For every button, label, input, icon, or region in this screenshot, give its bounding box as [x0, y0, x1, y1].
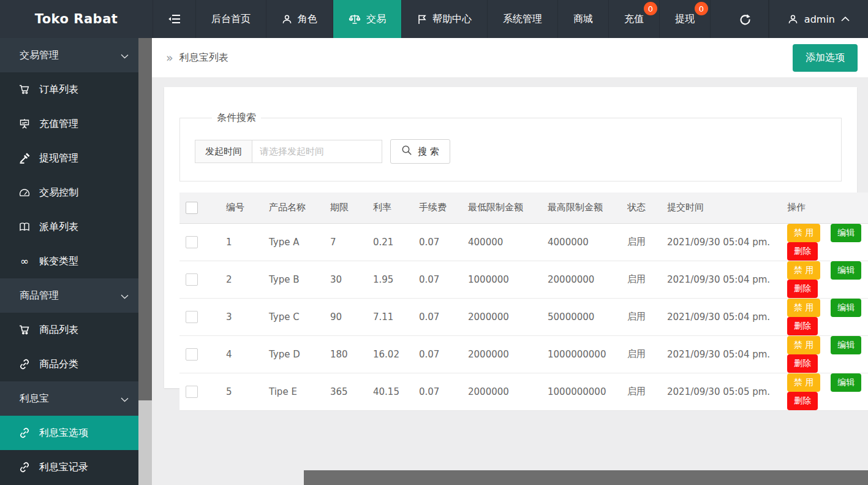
- col-header-actions: 操作: [781, 193, 868, 223]
- cell-rate: 40.15: [367, 373, 413, 410]
- sidebar-group-trade-management[interactable]: 交易管理: [0, 38, 138, 72]
- sidebar-item-label: 提现管理: [39, 152, 78, 165]
- delete-button[interactable]: 删除: [787, 392, 818, 410]
- vertical-scrollbar[interactable]: [138, 38, 152, 485]
- withdraw-count-badge: 0: [695, 2, 708, 15]
- cell-product-name: Type B: [263, 261, 324, 298]
- disable-button[interactable]: 禁 用: [787, 224, 820, 242]
- nav-item-label: 系统管理: [503, 13, 542, 26]
- disable-button[interactable]: 禁 用: [787, 261, 820, 280]
- cell-rate: 16.02: [367, 335, 413, 373]
- col-header-id: 编号: [220, 193, 263, 223]
- refresh-button[interactable]: [722, 0, 769, 38]
- nav-item-home[interactable]: 后台首页: [196, 0, 266, 38]
- sidebar-item-product-list[interactable]: 商品列表: [0, 313, 138, 347]
- delete-button[interactable]: 删除: [787, 280, 818, 298]
- col-header-min-limit: 最低限制金额: [462, 193, 542, 223]
- search-button[interactable]: 搜 索: [390, 139, 450, 164]
- cart-icon: [18, 84, 31, 95]
- cell-id: 4: [220, 335, 263, 373]
- select-all-checkbox[interactable]: [186, 202, 198, 214]
- nav-item-mall[interactable]: 商城: [558, 0, 609, 38]
- link-icon: [18, 427, 31, 438]
- nav-item-withdraw[interactable]: 提现 0: [660, 0, 711, 38]
- row-checkbox[interactable]: [186, 386, 198, 398]
- sidebar-item-account-change-type[interactable]: ∞ 账变类型: [0, 244, 138, 278]
- cell-submit-time: 2021/09/30 05:04 pm.: [661, 335, 781, 373]
- table-header-row: 编号 产品名称 期限 利率 手续费 最低限制金额 最高限制金额 状态 提交时间 …: [179, 193, 868, 223]
- sidebar-item-label: 利息宝选项: [39, 427, 88, 440]
- cell-min-limit: 2000000: [462, 373, 542, 410]
- cell-fee: 0.07: [413, 373, 462, 410]
- table-row: 4 Type D 180 16.02 0.07 2000000 10000000…: [179, 335, 868, 373]
- sidebar-toggle-button[interactable]: [153, 0, 196, 38]
- start-time-input[interactable]: [252, 140, 382, 163]
- search-legend: 条件搜索: [212, 112, 261, 124]
- cell-rate: 1.95: [367, 261, 413, 298]
- sidebar-item-label: 账变类型: [39, 255, 78, 268]
- chevron-down-icon: [121, 290, 129, 302]
- cell-status: 启用: [621, 373, 661, 410]
- disable-button[interactable]: 禁 用: [787, 373, 820, 392]
- sidebar-item-product-category[interactable]: 商品分类: [0, 347, 138, 381]
- admin-username: admin: [804, 13, 835, 25]
- table-row: 1 Type A 7 0.21 0.07 400000 4000000 启用 2…: [179, 223, 868, 261]
- cell-term: 30: [324, 261, 367, 298]
- edit-button[interactable]: 编辑: [831, 373, 861, 392]
- delete-button[interactable]: 删除: [787, 354, 818, 373]
- sidebar-item-dispatch-list[interactable]: 派单列表: [0, 210, 138, 244]
- cell-min-limit: 400000: [462, 223, 542, 261]
- vertical-scrollbar-thumb[interactable]: [138, 38, 152, 400]
- sidebar-item-withdraw-management[interactable]: 提现管理: [0, 141, 138, 175]
- nav-item-system[interactable]: 系统管理: [488, 0, 558, 38]
- sidebar: 交易管理 订单列表 充值管理 提现管理 交易控制 派单列表 ∞ 账变类型 商品管…: [0, 38, 138, 485]
- horizontal-scrollbar[interactable]: [304, 470, 868, 485]
- table-row: 2 Type B 30 1.95 0.07 1000000 20000000 启…: [179, 261, 868, 298]
- edit-button[interactable]: 编辑: [831, 299, 861, 317]
- row-checkbox[interactable]: [186, 311, 198, 323]
- nav-item-help-center[interactable]: 帮助中心: [402, 0, 488, 38]
- nav-item-recharge[interactable]: 充值 0: [609, 0, 660, 38]
- row-checkbox[interactable]: [186, 236, 198, 248]
- col-header-submit-time: 提交时间: [661, 193, 781, 223]
- nav-item-trade[interactable]: 交易: [333, 0, 402, 38]
- edit-button[interactable]: 编辑: [831, 261, 861, 280]
- col-header-status: 状态: [621, 193, 661, 223]
- edit-button[interactable]: 编辑: [831, 336, 861, 354]
- sidebar-item-recharge-management[interactable]: 充值管理: [0, 107, 138, 141]
- book-icon: [18, 222, 31, 232]
- brand-logo: Toko Rabat: [0, 0, 153, 38]
- content-card: 条件搜索 发起时间 搜 索: [164, 87, 857, 388]
- nav-item-label: 充值: [624, 13, 644, 26]
- disable-button[interactable]: 禁 用: [787, 336, 820, 354]
- chevron-down-icon: [121, 393, 129, 405]
- search-button-label: 搜 索: [418, 146, 439, 158]
- refresh-icon: [739, 13, 751, 25]
- sidebar-item-interest-options[interactable]: 利息宝选项: [0, 416, 138, 450]
- sidebar-group-label: 商品管理: [20, 289, 59, 302]
- cell-rate: 0.21: [367, 223, 413, 261]
- sidebar-group-product-management[interactable]: 商品管理: [0, 278, 138, 313]
- cell-max-limit: 1000000000: [542, 335, 621, 373]
- sidebar-item-trade-control[interactable]: 交易控制: [0, 175, 138, 210]
- cell-min-limit: 2000000: [462, 335, 542, 373]
- delete-button[interactable]: 删除: [787, 317, 818, 335]
- sidebar-item-interest-records[interactable]: 利息宝记录: [0, 450, 138, 484]
- sidebar-item-order-list[interactable]: 订单列表: [0, 72, 138, 107]
- cell-max-limit: 20000000: [542, 261, 621, 298]
- delete-button[interactable]: 删除: [787, 242, 818, 261]
- row-checkbox[interactable]: [186, 273, 198, 286]
- start-time-label: 发起时间: [195, 140, 252, 163]
- edit-button[interactable]: 编辑: [831, 224, 861, 242]
- horizontal-scrollbar-thumb[interactable]: [304, 470, 868, 485]
- cell-submit-time: 2021/09/30 05:04 pm.: [661, 298, 781, 335]
- admin-menu[interactable]: admin: [769, 0, 868, 38]
- add-option-button[interactable]: 添加选项: [793, 44, 858, 72]
- disable-button[interactable]: 禁 用: [787, 299, 820, 317]
- breadcrumb-caret-icon: »: [166, 51, 173, 64]
- sidebar-group-interest-treasure[interactable]: 利息宝: [0, 381, 138, 416]
- row-checkbox[interactable]: [186, 348, 198, 361]
- nav-item-roles[interactable]: 角色: [266, 0, 333, 38]
- col-header-fee: 手续费: [413, 193, 462, 223]
- cell-fee: 0.07: [413, 261, 462, 298]
